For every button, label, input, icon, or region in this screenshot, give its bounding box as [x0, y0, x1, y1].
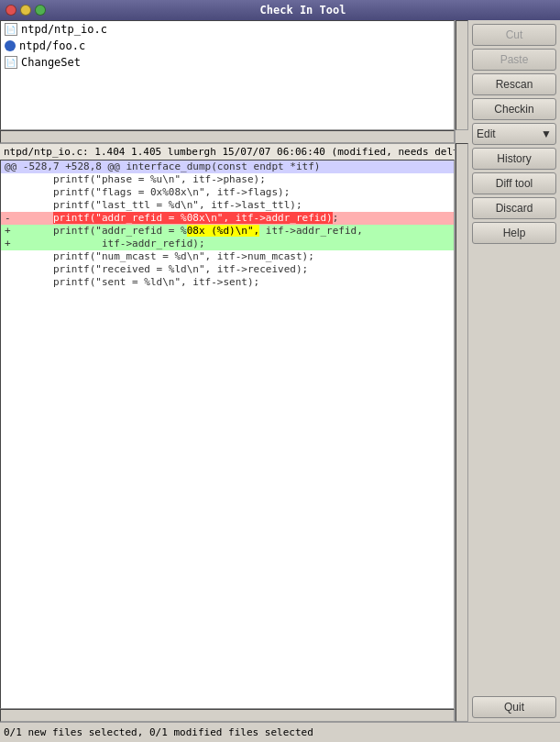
maximize-button[interactable]: [35, 5, 46, 16]
file-name-foo: ntpd/foo.c: [19, 39, 85, 52]
diff-line: printf("num_mcast = %d\n", itf->num_mcas…: [1, 250, 454, 263]
vscroll-top[interactable]: [456, 20, 468, 130]
dropdown-arrow-icon: ▼: [541, 127, 552, 140]
file-icon-doc: 📄: [5, 23, 17, 36]
window-title: Check In Tool: [51, 4, 555, 17]
file-name-ntp-io: ntpd/ntp_io.c: [21, 23, 107, 36]
titlebar: Check In Tool: [0, 0, 560, 20]
diff-line: - printf("addr_refid = %08x\n", itf->add…: [1, 212, 454, 225]
file-icon-blue: [5, 40, 16, 51]
diff-line: printf("sent = %ld\n", itf->sent);: [1, 276, 454, 289]
file-name-changeset: ChangeSet: [21, 56, 81, 69]
titlebar-buttons[interactable]: [5, 5, 46, 16]
checkin-button[interactable]: Checkin: [472, 98, 556, 120]
diff-line: @@ -528,7 +528,8 @@ interface_dump(const…: [1, 161, 454, 173]
paste-button[interactable]: Paste: [472, 49, 556, 71]
diff-line: printf("last_ttl = %d\n", itf->last_ttl)…: [1, 199, 454, 212]
hscroll-top[interactable]: [0, 130, 455, 143]
file-icon-changeset: 📄: [5, 56, 17, 69]
help-button[interactable]: Help: [472, 222, 556, 244]
file-item-foo[interactable]: ntpd/foo.c: [1, 38, 454, 54]
diff-line: printf("phase = %u\n", itf->phase);: [1, 173, 454, 186]
diff-area[interactable]: @@ -528,7 +528,8 @@ interface_dump(const…: [0, 160, 455, 709]
quit-button[interactable]: Quit: [472, 696, 556, 718]
minimize-button[interactable]: [20, 5, 31, 16]
edit-dropdown[interactable]: Edit ▼: [472, 123, 556, 145]
file-list: 📄 ntpd/ntp_io.c ntpd/foo.c 📄 ChangeSet: [0, 20, 455, 130]
bottom-status: 0/1 new files selected, 0/1 modified fil…: [0, 722, 560, 742]
status-text: 0/1 new files selected, 0/1 modified fil…: [4, 726, 313, 738]
file-item-changeset[interactable]: 📄 ChangeSet: [1, 54, 454, 71]
diff-line: printf("received = %ld\n", itf->received…: [1, 263, 454, 276]
difftool-button[interactable]: Diff tool: [472, 172, 556, 194]
edit-label: Edit: [477, 127, 496, 140]
hscroll-bottom[interactable]: [0, 709, 455, 722]
vscroll-mid: [456, 130, 468, 143]
diff-line: + itf->addr_refid);: [1, 238, 454, 250]
vscroll-bottom[interactable]: [456, 143, 468, 722]
right-panel: Cut Paste Rescan Checkin Edit ▼ History …: [468, 20, 560, 722]
close-button[interactable]: [5, 5, 16, 16]
file-item-ntp-io[interactable]: 📄 ntpd/ntp_io.c: [1, 21, 454, 38]
diff-line: printf("flags = 0x%08x\n", itf->flags);: [1, 186, 454, 199]
diff-line: + printf("addr_refid = %08x (%d)\n", itf…: [1, 225, 454, 238]
rescan-button[interactable]: Rescan: [472, 73, 556, 95]
diff-status-bar: ntpd/ntp_io.c: 1.404 1.405 lumbergh 15/0…: [0, 143, 455, 160]
discard-button[interactable]: Discard: [472, 197, 556, 219]
cut-button[interactable]: Cut: [472, 24, 556, 46]
history-button[interactable]: History: [472, 148, 556, 170]
